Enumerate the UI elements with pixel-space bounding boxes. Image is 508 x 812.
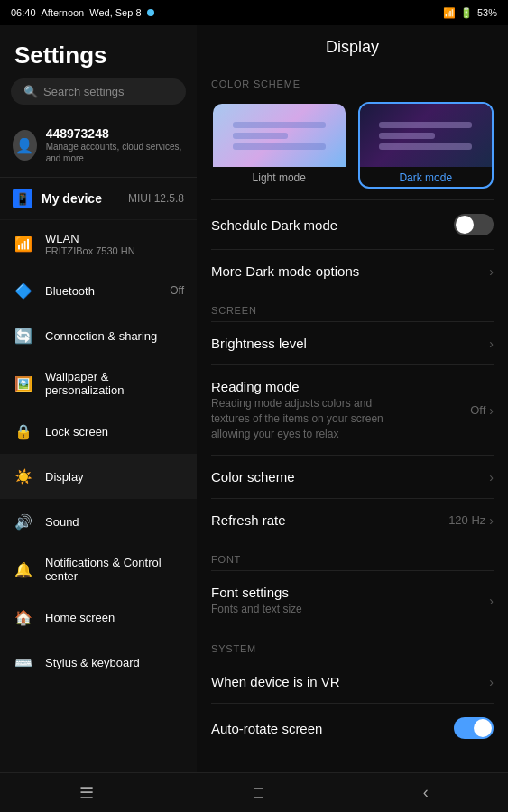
- sidebar-item-stylus[interactable]: ⌨️ Stylus & keyboard: [0, 640, 197, 685]
- font-title: Font settings: [211, 585, 302, 600]
- reading-sub: Reading mode adjusts colors and textures…: [211, 396, 392, 441]
- auto-rotate-left: Auto-rotate screen: [211, 721, 322, 736]
- vr-chevron: ›: [489, 675, 494, 689]
- brightness-chevron: ›: [489, 337, 494, 351]
- refresh-rate-row[interactable]: Refresh rate 120 Hz ›: [197, 499, 508, 541]
- font-settings-row[interactable]: Font settings Fonts and text size ›: [197, 571, 508, 631]
- auto-rotate-toggle[interactable]: [454, 717, 494, 739]
- light-line-1: [233, 122, 326, 128]
- light-mode-option[interactable]: Light mode: [211, 102, 347, 189]
- sidebar-item-display[interactable]: ☀️ Display: [0, 454, 197, 499]
- sidebar-item-lock-screen[interactable]: 🔒 Lock screen: [0, 409, 197, 454]
- wlan-label: WLAN: [45, 232, 184, 245]
- sidebar-item-wlan[interactable]: 📶 WLAN FRITZIBox 7530 HN: [0, 220, 197, 268]
- notification-icon: 🔔: [13, 558, 34, 580]
- wifi-icon: 📶: [443, 7, 456, 19]
- brightness-row[interactable]: Brightness level ›: [197, 322, 508, 364]
- battery-icon: 🔋: [460, 7, 473, 19]
- status-bar: 06:40 Afternoon Wed, Sep 8 📶 🔋 53%: [0, 0, 508, 25]
- brightness-left: Brightness level: [211, 336, 307, 351]
- date: Wed, Sep 8: [89, 7, 141, 18]
- wallpaper-icon: 🖼️: [13, 373, 34, 394]
- account-subtitle: Manage accounts, cloud services, and mor…: [46, 141, 184, 164]
- nav-home-button[interactable]: □: [246, 776, 271, 809]
- vr-title: When device is in VR: [211, 674, 340, 689]
- wallpaper-label: Wallpaper & personalization: [45, 370, 184, 397]
- refresh-title: Refresh rate: [211, 512, 286, 528]
- more-dm-left: More Dark mode options: [211, 263, 359, 279]
- more-dm-title: More Dark mode options: [211, 263, 359, 279]
- wallpaper-content: Wallpaper & personalization: [45, 370, 184, 397]
- sidebar-item-notifications[interactable]: 🔔 Notifications & Control center: [0, 544, 197, 595]
- right-panel: Display COLOR SCHEME Light mode: [197, 25, 508, 772]
- vr-mode-row[interactable]: When device is in VR ›: [197, 660, 508, 703]
- sidebar-item-home-screen[interactable]: 🏠 Home screen: [0, 595, 197, 640]
- time: 06:40: [11, 7, 36, 18]
- color-scheme-row-setting[interactable]: Color scheme ›: [197, 456, 508, 498]
- connection-icon: 🔄: [13, 325, 34, 346]
- home-label: Home screen: [45, 611, 184, 624]
- notification-dot: [147, 9, 154, 16]
- font-chevron: ›: [489, 594, 494, 608]
- cs-left: Color scheme: [211, 469, 295, 484]
- nav-back-button[interactable]: ‹: [416, 776, 436, 809]
- main-layout: Settings 🔍 Search settings 👤 448973248 M…: [0, 25, 508, 772]
- lock-label: Lock screen: [45, 425, 184, 438]
- refresh-chevron: ›: [489, 513, 494, 528]
- sound-label: Sound: [45, 515, 184, 529]
- my-device-row[interactable]: 📱 My device MIUI 12.5.8: [0, 178, 197, 220]
- notifications-label: Notifications & Control center: [45, 556, 184, 583]
- light-lines: [233, 122, 326, 150]
- font-section-label: FONT: [197, 541, 508, 570]
- dark-line-1: [379, 122, 472, 128]
- sidebar-item-bluetooth[interactable]: 🔷 Bluetooth Off: [0, 268, 197, 313]
- font-left: Font settings Fonts and text size: [211, 585, 302, 617]
- stylus-content: Stylus & keyboard: [45, 656, 184, 669]
- dark-line-2: [379, 133, 435, 139]
- search-placeholder: Search settings: [43, 85, 125, 98]
- reading-left: Reading mode Reading mode adjusts colors…: [211, 379, 392, 441]
- home-icon: 🏠: [13, 606, 34, 628]
- panel-title: Display: [197, 25, 508, 66]
- system-section-label: SYSTEM: [197, 631, 508, 660]
- sidebar: Settings 🔍 Search settings 👤 448973248 M…: [0, 25, 197, 772]
- sound-content: Sound: [45, 515, 184, 529]
- more-dark-mode-row[interactable]: More Dark mode options ›: [197, 250, 508, 292]
- connection-label: Connection & sharing: [45, 329, 184, 343]
- nav-menu-button[interactable]: ☰: [72, 776, 101, 810]
- wifi-icon: 📶: [13, 234, 34, 255]
- font-sub: Fonts and text size: [211, 602, 302, 617]
- device-icon: 📱: [13, 189, 32, 208]
- notifications-content: Notifications & Control center: [45, 556, 184, 583]
- display-icon: ☀️: [13, 466, 34, 487]
- more-dm-chevron: ›: [489, 264, 494, 279]
- sidebar-item-connection-sharing[interactable]: 🔄 Connection & sharing: [0, 313, 197, 358]
- schedule-dm-toggle[interactable]: [454, 214, 494, 235]
- cs-chevron: ›: [489, 470, 494, 484]
- battery-level: 53%: [477, 7, 497, 18]
- stylus-label: Stylus & keyboard: [45, 656, 184, 669]
- auto-rotate-thumb: [474, 719, 492, 737]
- bluetooth-icon: 🔷: [13, 280, 34, 301]
- account-row[interactable]: 👤 448973248 Manage accounts, cloud servi…: [0, 117, 197, 178]
- dark-mode-option[interactable]: Dark mode: [358, 102, 494, 189]
- schedule-dark-mode-row[interactable]: Schedule Dark mode: [197, 200, 508, 249]
- period: Afternoon: [42, 7, 85, 18]
- sidebar-item-wallpaper[interactable]: 🖼️ Wallpaper & personalization: [0, 358, 197, 409]
- color-scheme-row: Light mode Dark mode: [197, 95, 508, 199]
- dark-line-3: [379, 143, 472, 150]
- account-info: 448973248 Manage accounts, cloud service…: [46, 126, 184, 164]
- bottom-nav: ☰ □ ‹: [0, 772, 508, 812]
- my-device-label: My device: [42, 191, 102, 206]
- sidebar-item-sound[interactable]: 🔊 Sound: [0, 499, 197, 544]
- bt-value: Off: [170, 284, 184, 297]
- status-left: 06:40 Afternoon Wed, Sep 8: [11, 7, 154, 18]
- lock-icon: 🔒: [13, 420, 34, 442]
- auto-rotate-row[interactable]: Auto-rotate screen: [197, 704, 508, 752]
- dark-lines: [379, 122, 472, 150]
- search-bar[interactable]: 🔍 Search settings: [11, 78, 186, 105]
- reading-title: Reading mode: [211, 379, 392, 394]
- reading-mode-row[interactable]: Reading mode Reading mode adjusts colors…: [197, 365, 508, 455]
- vr-left: When device is in VR: [211, 674, 340, 689]
- search-icon: 🔍: [23, 85, 38, 98]
